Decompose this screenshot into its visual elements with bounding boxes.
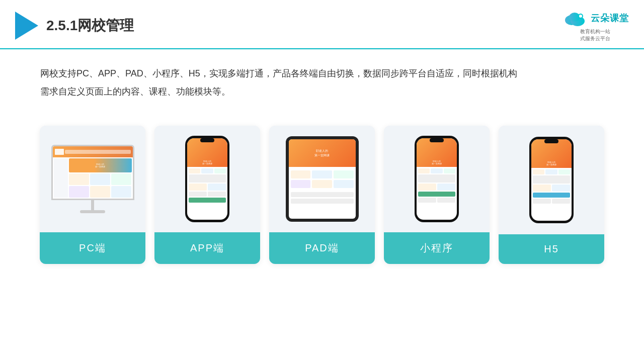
phone-block <box>533 193 570 198</box>
miniapp-phone-illustration: 职途人的第一堂网课 <box>415 136 459 222</box>
phone-content-h5 <box>531 168 572 205</box>
phone-row <box>533 199 570 204</box>
card-app-label: APP端 <box>154 232 260 264</box>
phone-block <box>533 185 551 192</box>
phone-block <box>431 168 442 173</box>
phone-content <box>187 167 227 204</box>
phone-block <box>208 192 226 197</box>
logo-name: 云朵课堂 <box>591 12 629 24</box>
logo-area: 云朵课堂 教育机构一站 式服务云平台 <box>561 9 629 42</box>
phone-notch <box>200 138 214 142</box>
phone-block <box>552 185 570 192</box>
phone-block <box>201 168 213 173</box>
phone-block <box>437 198 455 203</box>
card-h5-label: H5 <box>499 234 604 264</box>
phone-notch-mini <box>430 138 444 142</box>
phone-block <box>437 184 455 191</box>
phone-body-mini: 职途人的第一堂网课 <box>415 136 459 222</box>
phone-row <box>418 198 455 203</box>
phone-block <box>418 184 436 191</box>
phone-block <box>189 168 200 173</box>
logo-sub: 教育机构一站 式服务云平台 <box>580 28 610 42</box>
phone-body-h5: 职途人的第一堂网课 <box>529 137 574 223</box>
description-text: 网校支持PC、APP、PAD、小程序、H5，实现多端打通，产品各终端自由切换，数… <box>0 49 644 111</box>
card-pc: 职途人的第一堂网课 <box>40 126 145 264</box>
card-h5: 职途人的第一堂网课 <box>499 126 604 264</box>
phone-row <box>418 192 455 197</box>
phone-block <box>533 199 551 204</box>
card-miniapp-image: 职途人的第一堂网课 <box>384 126 490 232</box>
monitor-illustration: 职途人的第一堂网课 <box>51 145 134 213</box>
phone-screen: 职途人的第一堂网课 <box>187 138 227 220</box>
phone-block <box>214 168 226 173</box>
phone-block <box>558 169 570 174</box>
phone-screen-text: 职途人的第一堂网课 <box>202 160 212 165</box>
card-pc-label: PC端 <box>40 232 145 264</box>
phone-body: 职途人的第一堂网课 <box>185 136 229 222</box>
brand-triangle-icon <box>15 12 38 40</box>
monitor-base <box>80 210 105 213</box>
card-pad: 职途人的第一堂网课 <box>269 126 375 264</box>
tablet-illustration: 职途人的第一堂网课 <box>286 136 359 222</box>
phone-row <box>533 169 570 174</box>
svg-point-4 <box>579 15 582 18</box>
phone-row <box>189 198 226 203</box>
header: 2.5.1网校管理 云朵课堂 教育 <box>0 0 644 49</box>
phone-row <box>418 184 455 191</box>
phone-row <box>189 184 226 191</box>
phone-block <box>533 175 570 184</box>
card-miniapp-label: 小程序 <box>384 232 490 264</box>
cloud-logo: 云朵课堂 <box>561 9 629 27</box>
phone-block <box>533 169 544 174</box>
tablet-screen-text: 职途人的第一堂网课 <box>312 147 332 160</box>
tablet-screen: 职途人的第一堂网课 <box>289 139 356 219</box>
phone-screen-top-h5: 职途人的第一堂网课 <box>531 139 572 168</box>
phone-row <box>418 174 455 183</box>
phone-row <box>189 168 226 173</box>
monitor-body: 职途人的第一堂网课 <box>51 145 134 200</box>
app-phone-illustration: 职途人的第一堂网课 <box>185 136 229 222</box>
page-title: 2.5.1网校管理 <box>46 16 134 35</box>
phone-block <box>418 174 455 183</box>
card-pad-label: PAD端 <box>269 232 375 264</box>
phone-row <box>533 175 570 184</box>
phone-block <box>418 198 436 203</box>
cloud-icon <box>561 9 588 27</box>
phone-block <box>545 169 557 174</box>
card-miniapp: 职途人的第一堂网课 <box>384 126 490 264</box>
card-app: 职途人的第一堂网课 <box>154 126 260 264</box>
card-pc-image: 职途人的第一堂网课 <box>40 126 145 232</box>
phone-screen-top-mini: 职途人的第一堂网课 <box>417 138 457 167</box>
phone-screen-h5: 职途人的第一堂网课 <box>531 139 572 221</box>
phone-block <box>444 168 455 173</box>
tablet-screen-top: 职途人的第一堂网课 <box>289 139 356 167</box>
phone-row <box>533 185 570 192</box>
phone-screen-text-h5: 职途人的第一堂网课 <box>546 161 556 166</box>
phone-content-mini <box>417 167 457 204</box>
phone-row <box>418 168 455 173</box>
phone-row <box>189 174 226 183</box>
phone-row <box>533 193 570 198</box>
phone-screen-text-mini: 职途人的第一堂网课 <box>432 160 442 165</box>
cards-container: 职途人的第一堂网课 <box>0 116 644 274</box>
card-h5-image: 职途人的第一堂网课 <box>499 126 604 234</box>
h5-phone-illustration: 职途人的第一堂网课 <box>529 137 574 223</box>
tablet-body: 职途人的第一堂网课 <box>286 136 359 222</box>
phone-screen-mini: 职途人的第一堂网课 <box>417 138 457 220</box>
phone-block <box>189 192 207 197</box>
monitor-stand <box>91 200 94 210</box>
phone-block <box>208 184 226 191</box>
phone-block <box>189 198 226 203</box>
phone-block <box>418 168 430 173</box>
phone-block <box>552 199 570 204</box>
phone-screen-top: 职途人的第一堂网课 <box>187 138 227 167</box>
phone-block <box>189 184 207 191</box>
card-pad-image: 职途人的第一堂网课 <box>269 126 375 232</box>
phone-block <box>418 192 455 197</box>
header-left: 2.5.1网校管理 <box>15 12 134 40</box>
phone-notch-h5 <box>544 139 558 143</box>
phone-row <box>189 192 226 197</box>
phone-block <box>189 174 226 183</box>
description-paragraph: 网校支持PC、APP、PAD、小程序、H5，实现多端打通，产品各终端自由切换，数… <box>40 64 604 101</box>
card-app-image: 职途人的第一堂网课 <box>154 126 260 232</box>
